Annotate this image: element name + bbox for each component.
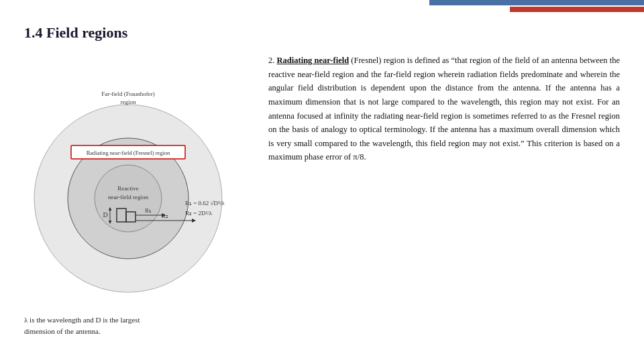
svg-text:Far-field (Fraunhofer): Far-field (Fraunhofer) [101, 90, 155, 97]
svg-text:D: D [103, 211, 107, 219]
svg-text:R₂ = 2D²/λ: R₂ = 2D²/λ [185, 210, 213, 217]
right-panel: 2. Radiating near-field (Fresnel) region… [268, 54, 620, 337]
slide: 1.4 Field regions Far-field (Fraunhofer)… [0, 0, 644, 362]
section-title: Radiating near-field [277, 56, 350, 65]
left-panel: Far-field (Fraunhofer) region Radiating … [24, 54, 252, 337]
svg-text:Reactive: Reactive [117, 185, 138, 192]
svg-text:R₁ = 0.62 √D³/λ: R₁ = 0.62 √D³/λ [185, 200, 225, 206]
accent-bars [429, 0, 644, 12]
svg-text:near-field region: near-field region [108, 194, 149, 200]
svg-text:Radiating near-field (Fresnel): Radiating near-field (Fresnel) region [87, 149, 170, 156]
top-bar-blue [429, 0, 644, 5]
section-number: 2. [268, 56, 274, 65]
svg-text:R₁: R₁ [145, 207, 152, 214]
page-title: 1.4 Field regions [24, 24, 620, 42]
diagram-area: Far-field (Fraunhofer) region Radiating … [24, 54, 252, 309]
description-text: region is defined as “that region of the… [268, 56, 620, 162]
field-regions-diagram: Far-field (Fraunhofer) region Radiating … [31, 68, 246, 296]
diagram-caption: λ is the wavelength and D is the largest… [24, 314, 252, 337]
svg-text:region: region [121, 99, 136, 105]
content-area: Far-field (Fraunhofer) region Radiating … [24, 54, 620, 337]
section-subtitle: (Fresnel) [351, 56, 381, 65]
top-bar-red [510, 7, 644, 12]
svg-text:R₂: R₂ [162, 213, 168, 219]
